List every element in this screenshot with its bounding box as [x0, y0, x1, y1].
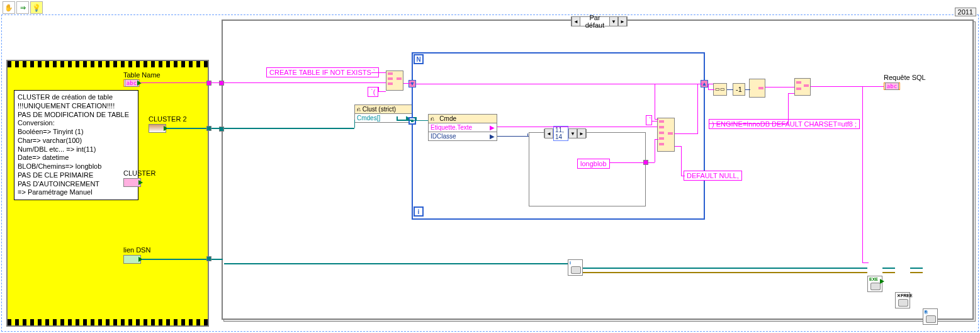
sql-output-terminal[interactable]: abc — [884, 82, 900, 90]
case-dropdown-button[interactable]: ▼ — [609, 16, 618, 26]
db-info-node[interactable]: i — [568, 259, 583, 276]
hand-tool-button[interactable]: ✋ — [3, 1, 15, 14]
highlight-tool-button[interactable]: 💡 — [30, 1, 43, 14]
wire — [652, 121, 657, 121]
comment-box: CLUSTER de création de table !!!UNIQUEME… — [14, 90, 138, 200]
wire — [910, 272, 923, 273]
abc-string-icon: abc — [885, 82, 899, 90]
comment-line: => Paramétrage Manuel — [18, 188, 135, 197]
case-next-button[interactable]: ► — [618, 16, 627, 26]
clust-header: ⎌ Clust (strict) — [357, 106, 396, 113]
dsn-label: lien DSN — [123, 246, 150, 254]
case-selector[interactable]: ◄ Par défaut ▼ ► — [571, 16, 628, 26]
db-exe-node[interactable]: EXE — [867, 276, 882, 292]
default-null-constant[interactable]: DEFAULT NULL, — [684, 171, 742, 181]
wire — [224, 82, 386, 83]
shift-register-left: ▼ — [408, 80, 416, 87]
frame-tunnel-string — [206, 81, 211, 86]
comment-line: PAS DE MODIFICATION DE TABLE — [18, 111, 135, 120]
wire — [675, 146, 681, 147]
wire — [609, 162, 646, 163]
wire — [709, 123, 788, 124]
backtick-constant[interactable]: ` — [646, 115, 652, 125]
wire — [378, 87, 379, 91]
wire — [727, 89, 733, 90]
cluster2-label: CLUSTER 2 — [149, 115, 187, 123]
db-close-node[interactable]: ⎘ — [923, 308, 938, 325]
toolbar: ✋ ⇒ 💡 — [3, 1, 44, 14]
sql-output-label: Requête SQL — [884, 74, 926, 81]
year-label: 2011 — [955, 8, 976, 16]
comment-line: Num/DBL etc... => int(11) — [18, 145, 135, 154]
loop-n-terminal: N — [414, 54, 424, 64]
comment-line: PAS DE CLE PRIMAIRE — [18, 171, 135, 180]
wire — [378, 91, 386, 92]
case-tunnel-string — [219, 81, 224, 86]
comment-line: Char=> varchar(100) — [18, 137, 135, 145]
wire — [882, 272, 895, 273]
wire — [414, 117, 415, 118]
wire — [862, 86, 863, 262]
cluster2-terminal[interactable] — [149, 124, 166, 133]
wire — [681, 146, 682, 176]
string-subset-node[interactable] — [749, 79, 765, 98]
comment-line: CLUSTER de création de table — [18, 93, 135, 102]
frame-tunnel-dsn — [206, 256, 211, 261]
inner-case-next-button[interactable]: ► — [577, 128, 586, 138]
decrement-node[interactable]: -1 — [733, 83, 745, 96]
wire — [655, 139, 658, 140]
longblob-constant[interactable]: longblob — [577, 159, 610, 169]
arrow-tool-button[interactable]: ⇒ — [16, 1, 29, 14]
inner-case-structure — [529, 132, 646, 206]
inner-case-selector[interactable]: ◄ 11, 14 ▼ ► — [544, 129, 587, 138]
case-selector-value: Par défaut — [580, 14, 609, 29]
comment-line: !!!UNIQUEMENT CREATION!!!! — [18, 102, 135, 111]
case-prev-button[interactable]: ◄ — [572, 16, 580, 26]
wire — [708, 84, 709, 90]
inner-case-value: 11, 14 — [553, 126, 568, 141]
inner-case-prev-button[interactable]: ◄ — [544, 128, 553, 138]
wire — [788, 93, 789, 123]
wire — [655, 84, 655, 119]
concat-string-node[interactable] — [386, 71, 403, 91]
wire — [497, 127, 657, 127]
etiquette-item: Etiquette.Texte — [431, 124, 472, 131]
table-name-label: Table Name — [123, 71, 161, 79]
wire — [910, 268, 923, 269]
wire — [142, 259, 209, 260]
comment-line: Date=> datetime — [18, 154, 135, 162]
idclasse-item: IDClasse — [431, 133, 456, 140]
wire — [397, 116, 398, 120]
wire — [675, 133, 697, 134]
comment-line: PAS D'AUTOINCREMENT — [18, 180, 135, 189]
wire — [862, 262, 869, 263]
final-concat-node[interactable] — [794, 78, 811, 96]
wire — [681, 176, 685, 176]
wire — [648, 162, 655, 163]
wire — [224, 263, 568, 264]
wire — [708, 89, 714, 90]
engine-constant[interactable]: ) ENGINE=InnoDB DEFAULT CHARSET=utf8 ; — [709, 119, 860, 129]
output-arrow-icon: ▶ — [490, 124, 495, 131]
dsn-terminal[interactable] — [123, 255, 141, 264]
wire — [527, 133, 528, 137]
paren-constant[interactable]: `( — [368, 87, 378, 97]
string-length-node[interactable]: ▭▭ — [713, 83, 727, 96]
concat-parts-node[interactable] — [657, 118, 675, 152]
cluster-terminal[interactable] — [123, 178, 141, 187]
wire — [403, 83, 411, 84]
wire — [415, 117, 417, 121]
table-name-terminal[interactable]: abc — [123, 79, 140, 87]
comment-line: Booléen=> Tinyint (1) — [18, 128, 135, 137]
abc-string-icon: abc — [125, 79, 138, 87]
wire — [397, 120, 412, 121]
output-arrow-icon — [138, 180, 143, 185]
wire — [583, 272, 867, 273]
inner-case-dropdown-button[interactable]: ▼ — [568, 128, 577, 138]
wire — [416, 84, 702, 84]
wire — [655, 119, 658, 120]
wire — [583, 268, 867, 269]
cmde-property-node[interactable]: ⎌ Cmde Etiquette.Texte ▶ IDClasse ▶ — [428, 114, 497, 141]
create-table-constant[interactable]: CREATE TABLE IF NOT EXISTS ` — [266, 67, 379, 77]
db-free-node[interactable]: ✕FREE — [895, 292, 910, 308]
